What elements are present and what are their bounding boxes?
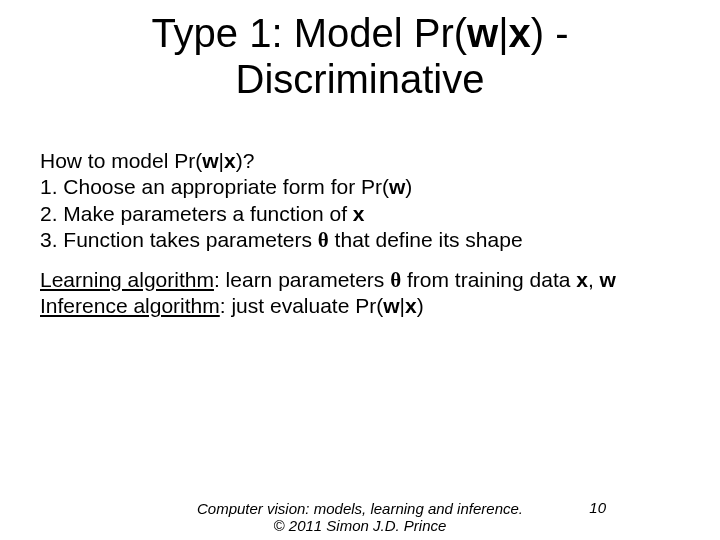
learn-theta: θ: [390, 268, 401, 292]
title-x: x: [509, 11, 531, 55]
inf-mid: : just evaluate Pr(: [220, 294, 383, 317]
inference-line: Inference algorithm: just evaluate Pr(w|…: [40, 293, 680, 319]
title-bar: |: [498, 11, 508, 55]
spacer: [40, 253, 680, 267]
learn-x: x: [576, 268, 588, 291]
title-w: w: [467, 11, 498, 55]
s1-pre: 1. Choose an appropriate form for Pr(: [40, 175, 389, 198]
slide-title: Type 1: Model Pr(w|x) - Discriminative: [0, 10, 720, 102]
learn-comma: ,: [588, 268, 600, 291]
step-1: 1. Choose an appropriate form for Pr(w): [40, 174, 680, 200]
q-pre: How to model Pr(: [40, 149, 202, 172]
inf-label: Inference algorithm: [40, 294, 220, 317]
question-line: How to model Pr(w|x)?: [40, 148, 680, 174]
q-post: )?: [236, 149, 255, 172]
inf-w: w: [383, 294, 399, 317]
s3-theta: θ: [318, 228, 329, 252]
learning-line: Learning algorithm: learn parameters θ f…: [40, 267, 680, 293]
step-2: 2. Make parameters a function of x: [40, 201, 680, 227]
q-x: x: [224, 149, 236, 172]
title-text-1: Type 1: Model Pr(: [151, 11, 467, 55]
s2-x: x: [353, 202, 365, 225]
s3-pre: 3. Function takes parameters: [40, 228, 318, 251]
s3-post: that define its shape: [329, 228, 523, 251]
s1-w: w: [389, 175, 405, 198]
slide-body: How to model Pr(w|x)? 1. Choose an appro…: [40, 148, 680, 320]
learn-w: w: [600, 268, 616, 291]
footer-line2: © 2011 Simon J.D. Prince: [0, 517, 720, 534]
inf-x: x: [405, 294, 417, 317]
title-text-2: ) -: [531, 11, 569, 55]
footer-line1: Computer vision: models, learning and in…: [197, 500, 523, 517]
learn-label: Learning algorithm: [40, 268, 214, 291]
q-w: w: [202, 149, 218, 172]
learn-mid2: from training data: [401, 268, 576, 291]
inf-post: ): [417, 294, 424, 317]
slide: Type 1: Model Pr(w|x) - Discriminative H…: [0, 0, 720, 540]
title-line2: Discriminative: [236, 57, 485, 101]
learn-mid1: : learn parameters: [214, 268, 390, 291]
s2-pre: 2. Make parameters a function of: [40, 202, 353, 225]
step-3: 3. Function takes parameters θ that defi…: [40, 227, 680, 253]
footer: Computer vision: models, learning and in…: [0, 500, 720, 534]
s1-post: ): [405, 175, 412, 198]
